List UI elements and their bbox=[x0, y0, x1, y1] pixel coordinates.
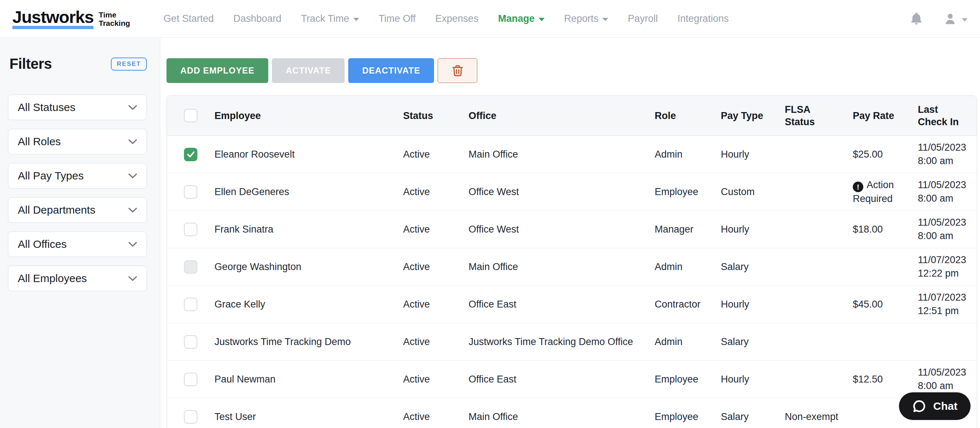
office-cell: Justworks Time Tracking Demo Office bbox=[469, 336, 655, 348]
filter-dropdown-all-departments[interactable]: All Departments bbox=[8, 197, 147, 223]
row-checkbox[interactable] bbox=[184, 260, 197, 274]
column-header-label: Last Check In bbox=[918, 103, 959, 128]
add-employee-button[interactable]: ADD EMPLOYEE bbox=[167, 58, 268, 83]
filter-dropdown-all-employees[interactable]: All Employees bbox=[8, 266, 147, 291]
office-cell: Office West bbox=[469, 186, 655, 198]
nav-item-label: Dashboard bbox=[233, 13, 282, 24]
nav-item-label: Track Time bbox=[301, 13, 349, 24]
check-in-time: 12:51 pm bbox=[918, 304, 972, 318]
office-cell: Main Office bbox=[469, 149, 655, 160]
office-cell: Office West bbox=[469, 224, 655, 235]
filter-dropdown-list: All StatusesAll RolesAll Pay TypesAll De… bbox=[0, 72, 160, 291]
table-row[interactable]: Test UserActiveMain OfficeEmployeeSalary… bbox=[167, 398, 977, 428]
alert-icon bbox=[853, 182, 863, 192]
row-checkbox[interactable] bbox=[184, 223, 197, 236]
app-window: Justworks Time Tracking Get StartedDashb… bbox=[0, 0, 980, 428]
table-row[interactable]: Eleanor RooseveltActiveMain OfficeAdminH… bbox=[167, 136, 977, 173]
row-checkbox[interactable] bbox=[184, 298, 197, 311]
logo-tagline: Time Tracking bbox=[99, 11, 130, 27]
status-cell: Active bbox=[403, 411, 469, 423]
row-checkbox-cell bbox=[167, 373, 215, 386]
nav-item-dashboard[interactable]: Dashboard bbox=[233, 13, 282, 24]
nav-item-time-off[interactable]: Time Off bbox=[379, 13, 416, 24]
nav-item-label: Integrations bbox=[678, 13, 729, 24]
chevron-down-icon bbox=[128, 208, 137, 213]
filter-selected-value: All Departments bbox=[18, 204, 95, 216]
select-all-checkbox[interactable] bbox=[184, 109, 197, 122]
role-cell: Admin bbox=[655, 336, 721, 348]
nav-item-label: Time Off bbox=[379, 13, 416, 24]
row-checkbox[interactable] bbox=[184, 335, 197, 349]
filter-selected-value: All Offices bbox=[18, 238, 67, 251]
nav-item-reports[interactable]: Reports bbox=[564, 13, 608, 24]
employee-name: George Washington bbox=[215, 261, 403, 273]
check-in-time: 8:00 am bbox=[918, 154, 972, 168]
nav-item-manage[interactable]: Manage bbox=[498, 13, 544, 24]
filter-selected-value: All Employees bbox=[18, 272, 87, 284]
table-row[interactable]: Frank SinatraActiveOffice WestManagerHou… bbox=[167, 211, 977, 248]
reset-filters-button[interactable]: RESET bbox=[111, 57, 147, 70]
nav-item-integrations[interactable]: Integrations bbox=[678, 13, 729, 24]
role-cell: Admin bbox=[655, 261, 721, 273]
status-cell: Active bbox=[403, 299, 469, 310]
chevron-down-icon bbox=[128, 105, 137, 110]
filter-dropdown-all-roles[interactable]: All Roles bbox=[8, 129, 147, 154]
table-row[interactable]: Paul NewmanActiveOffice EastEmployeeHour… bbox=[167, 361, 977, 398]
employee-name-text: Test User bbox=[215, 411, 256, 422]
chat-launcher-button[interactable]: Chat bbox=[899, 392, 970, 420]
filters-header: Filters RESET bbox=[0, 38, 160, 72]
status-cell: Active bbox=[403, 186, 469, 198]
office-cell: Main Office bbox=[469, 261, 655, 273]
notifications-bell-icon[interactable] bbox=[909, 11, 924, 27]
last-check-in-cell: 11/07/202312:22 pm bbox=[918, 253, 977, 280]
pay-rate-cell: $18.00 bbox=[853, 223, 918, 236]
column-header-employee: Employee bbox=[215, 110, 403, 122]
row-checkbox[interactable] bbox=[184, 185, 197, 199]
nav-item-expenses[interactable]: Expenses bbox=[436, 13, 479, 24]
nav-item-track-time[interactable]: Track Time bbox=[301, 13, 359, 24]
pay-rate-value: $25.00 bbox=[853, 149, 883, 160]
check-in-date: 11/07/2023 bbox=[918, 291, 972, 304]
check-in-date: 11/05/2023 bbox=[918, 216, 972, 229]
row-checkbox[interactable] bbox=[184, 373, 197, 386]
check-in-time: 8:00 am bbox=[918, 379, 972, 393]
activate-button[interactable]: ACTIVATE bbox=[272, 58, 345, 83]
account-menu[interactable] bbox=[943, 12, 968, 26]
delete-button[interactable] bbox=[438, 58, 477, 83]
table-body: Eleanor RooseveltActiveMain OfficeAdminH… bbox=[167, 136, 977, 428]
table-row[interactable]: Ellen DeGeneresActiveOffice WestEmployee… bbox=[167, 173, 977, 211]
office-cell: Main Office bbox=[469, 411, 655, 423]
filter-dropdown-all-offices[interactable]: All Offices bbox=[8, 232, 147, 257]
check-in-date: 11/05/2023 bbox=[918, 141, 972, 154]
pay-rate-cell: Action Required bbox=[853, 178, 918, 206]
top-navigation-bar: Justworks Time Tracking Get StartedDashb… bbox=[0, 0, 980, 38]
row-checkbox[interactable] bbox=[184, 410, 197, 424]
row-checkbox[interactable] bbox=[184, 148, 197, 161]
deactivate-button[interactable]: DEACTIVATE bbox=[348, 58, 434, 83]
status-cell: Active bbox=[403, 336, 469, 348]
nav-item-get-started[interactable]: Get Started bbox=[164, 13, 214, 24]
pay-type-cell: Hourly bbox=[721, 299, 785, 310]
employee-name-text: Eleanor Roosevelt bbox=[215, 149, 295, 160]
row-checkbox-cell bbox=[167, 298, 215, 311]
table-row[interactable]: Grace KellyActiveOffice EastContractorHo… bbox=[167, 286, 977, 323]
chevron-down-icon bbox=[128, 242, 137, 247]
column-header-label: FLSA Status bbox=[785, 103, 815, 128]
status-cell: Active bbox=[403, 149, 469, 160]
chevron-down-icon bbox=[128, 276, 137, 281]
column-header-flsa-status: FLSA Status bbox=[785, 103, 853, 128]
filter-selected-value: All Pay Types bbox=[18, 169, 84, 182]
employee-name-text: George Washington bbox=[215, 261, 301, 272]
table-row[interactable]: Justworks Time Tracking DemoActiveJustwo… bbox=[167, 323, 977, 361]
table-row[interactable]: George WashingtonActiveMain OfficeAdminS… bbox=[167, 248, 977, 286]
pay-type-cell: Salary bbox=[721, 336, 785, 348]
employee-actions-toolbar: ADD EMPLOYEE ACTIVATE DEACTIVATE bbox=[167, 58, 477, 83]
pay-rate-value: $12.50 bbox=[853, 374, 883, 385]
last-check-in-cell: 11/05/20238:00 am bbox=[918, 366, 977, 393]
nav-item-payroll[interactable]: Payroll bbox=[628, 13, 658, 24]
filter-dropdown-all-statuses[interactable]: All Statuses bbox=[8, 95, 147, 120]
chevron-down-icon bbox=[539, 18, 544, 21]
pay-type-cell: Custom bbox=[721, 186, 785, 198]
employee-name: Justworks Time Tracking Demo bbox=[215, 336, 403, 348]
filter-dropdown-all-pay-types[interactable]: All Pay Types bbox=[8, 163, 147, 188]
